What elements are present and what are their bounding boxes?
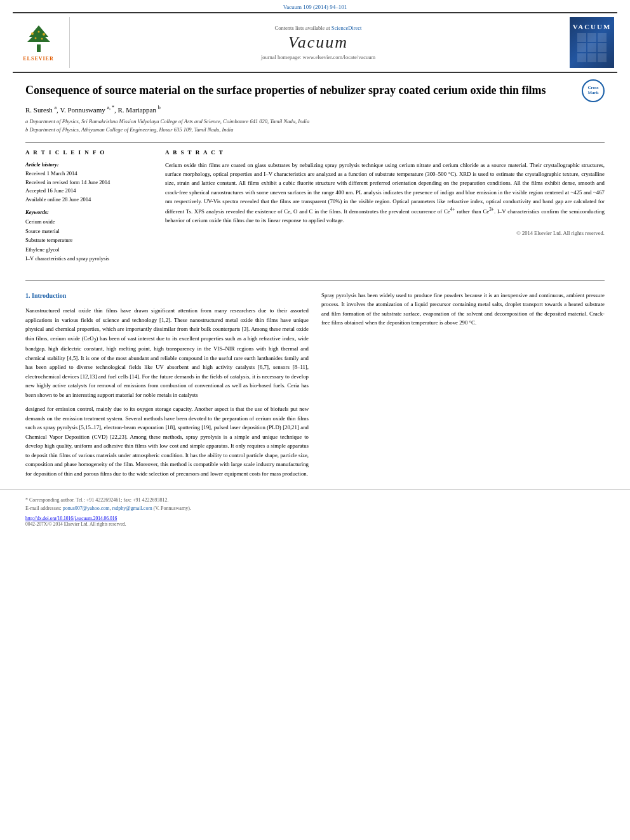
body-content: 1. Introduction Nanostructured metal oxi… [0,291,630,484]
abstract-panel: A B S T R A C T Cerium oxide thin films … [165,149,605,263]
sciencedirect-link[interactable]: ScienceDirect [332,25,362,31]
journal-center: Contents lists available at ScienceDirec… [75,17,561,68]
article-title: CrossMark Consequence of source material… [25,83,605,98]
keyword-5: I–V characteristics and spray pyrolysis [25,254,152,263]
email-addresses: E-mail addresses: ponus007@yahoo.com, rs… [25,505,605,513]
issn-text: 0042-207X/© 2014 Elsevier Ltd. All right… [25,521,126,527]
affiliation-a: a Department of Physics, Sri Ramakrishna… [25,117,605,126]
keywords-section: Keywords: Cerium oxide Source material S… [25,209,152,263]
article-history: Article history: Received 1 March 2014 R… [25,161,152,204]
intro-heading: 1. Introduction [25,291,309,302]
email-link-1[interactable]: ponus007@yahoo.com [63,505,110,511]
cover-box: VACUUM [570,17,614,68]
accepted-date: Accepted 16 June 2014 [25,187,152,196]
page-footer: * Corresponding author. Tel.: +91 422269… [0,490,630,527]
cover-cell-2 [587,33,596,42]
cover-cell-3 [598,33,607,42]
crossmark-badge: CrossMark [582,79,605,102]
article-info-abstract: A R T I C L E I N F O Article history: R… [25,142,605,263]
article-info-header: A R T I C L E I N F O [25,149,152,156]
cover-cell-9 [598,53,607,62]
article-info-panel: A R T I C L E I N F O Article history: R… [25,149,152,263]
authors-line: R. Suresh a, V. Ponnuswamy a, *, R. Mari… [25,105,605,114]
section-divider [25,280,605,281]
cover-title: VACUUM [573,23,612,30]
keyword-4: Ethylene glycol [25,245,152,254]
journal-cover: VACUUM [566,17,617,68]
cover-cell-8 [587,53,596,62]
journal-homepage: journal homepage: www.elsevier.com/locat… [261,54,375,60]
cover-cell-5 [587,43,596,52]
elsevier-logo: ELSEVIER [13,17,70,68]
footer-copyright: http://dx.doi.org/10.1016/j.vacuum.2014.… [25,516,605,527]
revised-date: Received in revised form 14 June 2014 [25,178,152,187]
cover-cell-7 [577,53,586,62]
journal-name: Vacuum [288,33,348,52]
body-para-3: Spray pyrolysis has been widely used to … [321,291,605,328]
citation-text: Vacuum 109 (2014) 94–101 [283,4,347,10]
citation-bar: Vacuum 109 (2014) 94–101 [0,0,630,12]
keyword-1: Cerium oxide [25,217,152,226]
footer-note: * Corresponding author. Tel.: +91 422269… [25,497,605,513]
svg-point-7 [37,30,39,32]
elsevier-label: ELSEVIER [23,56,53,62]
sciencedirect-line: Contents lists available at ScienceDirec… [275,25,362,31]
abstract-text: Cerium oxide thin films are coated on gl… [165,161,605,224]
keywords-label: Keywords: [25,209,152,215]
email-link-2[interactable]: rsdphy@gmail.com [112,505,152,511]
svg-point-5 [34,37,36,39]
corresponding-author: * Corresponding author. Tel.: +91 422269… [25,497,605,505]
body-left-col: 1. Introduction Nanostructured metal oxi… [25,291,309,484]
elsevier-tree-icon [20,24,58,55]
cover-cell-6 [598,43,607,52]
keyword-2: Source material [25,227,152,236]
doi-link[interactable]: http://dx.doi.org/10.1016/j.vacuum.2014.… [25,516,117,521]
received-date: Received 1 March 2014 [25,170,152,178]
copyright-text: © 2014 Elsevier Ltd. All rights reserved… [165,230,605,236]
history-label: Article history: [25,161,152,170]
available-date: Available online 28 June 2014 [25,196,152,204]
affiliations: a Department of Physics, Sri Ramakrishna… [25,117,605,134]
svg-point-3 [31,32,34,35]
crossmark-icon: CrossMark [582,79,605,102]
history-block: Article history: Received 1 March 2014 R… [25,161,152,204]
cover-grid [577,33,607,62]
cover-cell-4 [577,43,586,52]
main-content: CrossMark Consequence of source material… [0,73,630,270]
affiliation-b: b Department of Physics, Athiyaman Colle… [25,126,605,134]
body-right-col: Spray pyrolysis has been widely used to … [321,291,605,484]
svg-point-4 [43,33,45,36]
svg-rect-0 [37,44,41,52]
body-para-2: designed for emission control, mainly du… [25,404,309,478]
body-para-1: Nanostructured metal oxide thin films ha… [25,306,309,399]
journal-header: ELSEVIER Contents lists available at Sci… [13,12,617,73]
svg-point-6 [41,37,43,39]
abstract-header: A B S T R A C T [165,149,605,156]
keyword-3: Substrate temperature [25,236,152,244]
cover-cell-1 [577,33,586,42]
